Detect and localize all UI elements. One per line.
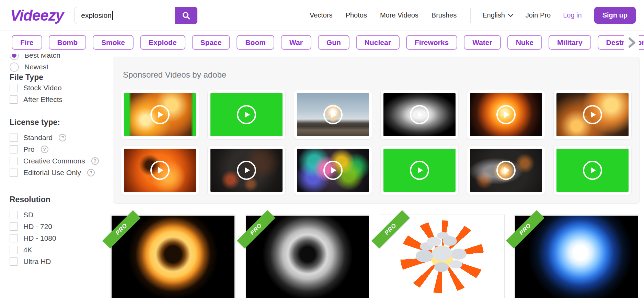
- sponsored-video-card[interactable]: [294, 90, 372, 139]
- tag-pill-bomb[interactable]: Bomb: [49, 35, 87, 50]
- sponsored-video-card[interactable]: [121, 146, 199, 195]
- sponsored-videos-panel: Sponsored Videos by adobe: [113, 57, 640, 204]
- result-video-card[interactable]: PRO: [380, 215, 505, 298]
- log-in-link[interactable]: Log in: [563, 11, 582, 19]
- video-thumbnail-desert-nuclear-mushroom: [297, 93, 369, 136]
- radio-icon[interactable]: [10, 62, 19, 72]
- play-icon[interactable]: [210, 93, 283, 136]
- sign-up-button[interactable]: Sign up: [594, 7, 636, 24]
- sponsored-video-card[interactable]: [467, 146, 545, 195]
- help-icon[interactable]: ?: [91, 157, 99, 165]
- video-thumbnail-green-screen: [210, 93, 283, 136]
- nav-link-vectors[interactable]: Vectors: [310, 11, 333, 19]
- checkbox-icon[interactable]: [10, 222, 18, 231]
- tag-pill-gun[interactable]: Gun: [318, 35, 349, 50]
- tag-pill-explode[interactable]: Explode: [140, 35, 185, 50]
- nav-link-more-videos[interactable]: More Videos: [380, 11, 418, 19]
- tag-pill-nuclear[interactable]: Nuclear: [356, 35, 400, 50]
- checkbox-icon[interactable]: [10, 84, 18, 92]
- play-icon[interactable]: [124, 93, 196, 136]
- filter-option-label: Standard: [23, 134, 53, 142]
- video-thumbnail-green-screen: [556, 149, 629, 192]
- play-icon[interactable]: [124, 149, 196, 192]
- play-icon[interactable]: [470, 93, 542, 136]
- play-ring: [496, 105, 516, 124]
- help-icon[interactable]: ?: [41, 146, 48, 153]
- filter-option-4k[interactable]: 4K: [10, 244, 106, 256]
- play-icon[interactable]: [297, 93, 369, 136]
- checkbox-icon[interactable]: [10, 257, 18, 266]
- help-icon[interactable]: ?: [87, 169, 95, 176]
- play-icon[interactable]: [470, 149, 542, 192]
- sponsored-video-card[interactable]: [207, 146, 286, 195]
- filter-option-ultra-hd[interactable]: Ultra HD: [10, 256, 106, 267]
- filter-option-label: HD - 1080: [23, 234, 56, 242]
- filter-option-stock-video[interactable]: Stock Video: [10, 82, 106, 94]
- sponsored-video-card[interactable]: [121, 90, 199, 139]
- play-ring: [583, 105, 602, 124]
- tag-pill-water[interactable]: Water: [464, 35, 501, 50]
- tag-pill-boom[interactable]: Boom: [237, 35, 274, 50]
- search-icon: [182, 11, 191, 20]
- play-icon[interactable]: [383, 149, 456, 192]
- play-triangle: [591, 167, 596, 173]
- tag-pill-fire[interactable]: Fire: [12, 35, 42, 50]
- video-thumbnail-dark-smoke-embers: [210, 149, 283, 192]
- checkbox-icon[interactable]: [10, 234, 18, 242]
- tag-pill-war[interactable]: War: [281, 35, 311, 50]
- sponsored-video-card[interactable]: [380, 90, 459, 139]
- chevron-right-icon: [627, 37, 636, 48]
- play-icon[interactable]: [383, 93, 456, 136]
- checkbox-icon[interactable]: [10, 211, 18, 219]
- filter-option-creative-commons[interactable]: Creative Commons?: [10, 155, 106, 167]
- filter-option-pro[interactable]: Pro?: [10, 144, 106, 155]
- tag-pill-smoke[interactable]: Smoke: [93, 35, 134, 50]
- sort-option-newest[interactable]: Newest: [10, 61, 106, 73]
- search-input[interactable]: explosion: [74, 7, 175, 24]
- checkbox-icon[interactable]: [10, 157, 18, 165]
- search-button[interactable]: [175, 7, 197, 24]
- language-select[interactable]: English: [482, 11, 513, 19]
- tag-pill-military[interactable]: Military: [549, 35, 591, 50]
- play-triangle: [331, 112, 336, 118]
- play-icon[interactable]: [556, 93, 629, 136]
- tag-pill-fireworks[interactable]: Fireworks: [406, 35, 457, 50]
- result-video-card[interactable]: PRO: [111, 215, 235, 298]
- checkbox-icon[interactable]: [10, 169, 18, 177]
- filter-option-hd-1080[interactable]: HD - 1080: [10, 232, 106, 244]
- search-results-row: PROPROPROPRO: [111, 215, 641, 298]
- sponsored-video-card[interactable]: [294, 146, 372, 195]
- help-icon[interactable]: ?: [59, 134, 66, 141]
- videezy-logo[interactable]: Videezy: [10, 7, 64, 24]
- join-pro-link[interactable]: Join Pro: [526, 11, 551, 19]
- sponsored-video-card[interactable]: [553, 146, 632, 195]
- tag-pill-nuke[interactable]: Nuke: [507, 35, 542, 50]
- filter-option-label: Pro: [23, 145, 35, 153]
- nav-link-brushes[interactable]: Brushes: [432, 11, 457, 19]
- play-ring: [150, 161, 170, 180]
- checkbox-icon[interactable]: [10, 134, 18, 142]
- filter-option-hd-720[interactable]: HD - 720: [10, 221, 106, 232]
- checkbox-icon[interactable]: [10, 246, 18, 254]
- play-icon[interactable]: [556, 149, 629, 192]
- filter-option-sd[interactable]: SD: [10, 209, 106, 221]
- filter-option-standard[interactable]: Standard?: [10, 132, 106, 144]
- play-icon[interactable]: [297, 149, 369, 192]
- video-thumbnail-sparks-debris-burst: [470, 149, 542, 192]
- play-icon[interactable]: [210, 149, 283, 192]
- sponsored-video-card[interactable]: [380, 146, 459, 195]
- filter-option-label: After Effects: [23, 95, 62, 104]
- tag-pill-space[interactable]: Space: [192, 35, 230, 50]
- search-form: explosion: [74, 7, 197, 24]
- result-video-card[interactable]: PRO: [245, 215, 370, 298]
- tags-next-button[interactable]: [624, 35, 639, 50]
- checkbox-icon[interactable]: [10, 145, 18, 153]
- filter-option-editorial-use-only[interactable]: Editorial Use Only?: [10, 167, 106, 179]
- sponsored-video-card[interactable]: [553, 90, 632, 139]
- result-video-card[interactable]: PRO: [514, 215, 639, 298]
- nav-link-photos[interactable]: Photos: [346, 11, 367, 19]
- sponsored-video-card[interactable]: [207, 90, 286, 139]
- sponsored-video-card[interactable]: [467, 90, 545, 139]
- checkbox-icon[interactable]: [10, 95, 18, 104]
- filter-option-after-effects[interactable]: After Effects: [10, 94, 106, 105]
